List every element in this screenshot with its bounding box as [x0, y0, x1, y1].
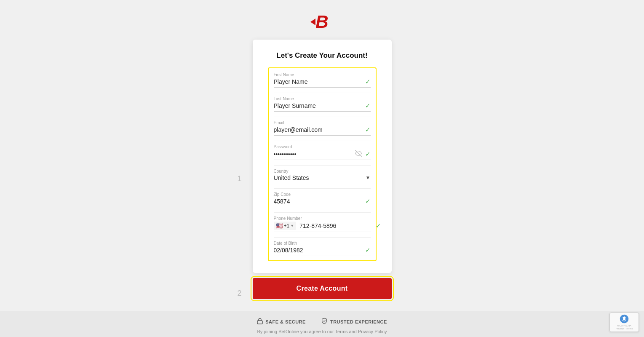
- create-account-button[interactable]: Create Account: [253, 278, 392, 299]
- first-name-field: First Name ✓: [274, 72, 371, 88]
- email-label: Email: [274, 120, 371, 125]
- dob-field: Date of Birth ✓: [274, 241, 371, 256]
- zip-code-field: Zip Code ✓: [274, 192, 371, 207]
- separator-4: [274, 165, 371, 166]
- separator-1: [274, 93, 371, 93]
- dob-input[interactable]: [274, 247, 363, 254]
- recaptcha-icon: [620, 314, 629, 324]
- card-title: Let's Create Your Account!: [268, 51, 377, 60]
- email-field: Email ✓: [274, 120, 371, 136]
- last-name-field: Last Name ✓: [274, 96, 371, 112]
- first-name-input[interactable]: [274, 78, 363, 85]
- last-name-check-icon: ✓: [365, 102, 371, 110]
- separator-6: [274, 212, 371, 213]
- zip-code-input[interactable]: [274, 198, 363, 205]
- email-check-icon: ✓: [365, 126, 371, 134]
- step-1-label: 1: [238, 174, 242, 183]
- phone-input[interactable]: [299, 222, 373, 229]
- phone-flag-icon: 🇺🇸: [276, 222, 283, 229]
- password-input[interactable]: [274, 151, 353, 158]
- password-toggle-eye-icon[interactable]: [355, 150, 362, 158]
- svg-rect-1: [257, 321, 262, 324]
- footer-terms: By joining BetOnline you agree to our Te…: [257, 329, 387, 334]
- first-name-check-icon: ✓: [365, 78, 371, 86]
- phone-check-icon: ✓: [376, 222, 381, 230]
- trusted-experience-badge: TRUSTED EXPERIENCE: [321, 318, 387, 326]
- footer: SAFE & SECURE TRUSTED EXPERIENCE By join…: [0, 311, 644, 337]
- form-step1: First Name ✓ Last Name ✓ Email: [268, 67, 377, 261]
- last-name-label: Last Name: [274, 96, 371, 101]
- separator-5: [274, 188, 371, 189]
- trusted-experience-label: TRUSTED EXPERIENCE: [330, 319, 387, 324]
- brand-logo: B: [315, 12, 328, 32]
- password-field: Password ✓: [274, 144, 371, 160]
- separator-2: [274, 117, 371, 117]
- step-2-label: 2: [238, 289, 242, 298]
- logo-arrow: [310, 19, 315, 25]
- registration-card: Let's Create Your Account! First Name ✓ …: [253, 40, 392, 273]
- logo-area: B: [315, 12, 328, 32]
- last-name-input[interactable]: [274, 102, 363, 109]
- recaptcha-badge: reCAPTCHAPrivacy - Terms: [609, 313, 639, 332]
- dob-check-icon: ✓: [365, 246, 371, 254]
- country-chevron-down-icon: ▼: [366, 175, 371, 181]
- shield-check-icon: [321, 318, 328, 326]
- country-label: Country: [274, 169, 371, 174]
- phone-label: Phone Number: [274, 216, 371, 221]
- separator-3: [274, 141, 371, 141]
- phone-chevron-icon: ▼: [290, 224, 294, 228]
- phone-country-selector[interactable]: 🇺🇸 +1 ▼: [274, 222, 297, 230]
- safe-secure-badge: SAFE & SECURE: [257, 318, 306, 326]
- first-name-label: First Name: [274, 72, 371, 77]
- footer-badges: SAFE & SECURE TRUSTED EXPERIENCE: [257, 318, 387, 326]
- safe-secure-label: SAFE & SECURE: [265, 319, 306, 324]
- separator-7: [274, 237, 371, 238]
- country-select[interactable]: United States Canada United Kingdom Aust…: [274, 174, 364, 181]
- email-input[interactable]: [274, 126, 363, 133]
- phone-number-field: Phone Number 🇺🇸 +1 ▼ ✓: [274, 216, 371, 232]
- lock-icon: [257, 318, 263, 326]
- dob-label: Date of Birth: [274, 241, 371, 246]
- password-label: Password: [274, 144, 371, 149]
- country-field: Country United States Canada United King…: [274, 169, 371, 183]
- zip-check-icon: ✓: [365, 198, 371, 205]
- phone-country-code: +1: [284, 223, 290, 229]
- zip-code-label: Zip Code: [274, 192, 371, 197]
- password-check-icon: ✓: [365, 150, 371, 158]
